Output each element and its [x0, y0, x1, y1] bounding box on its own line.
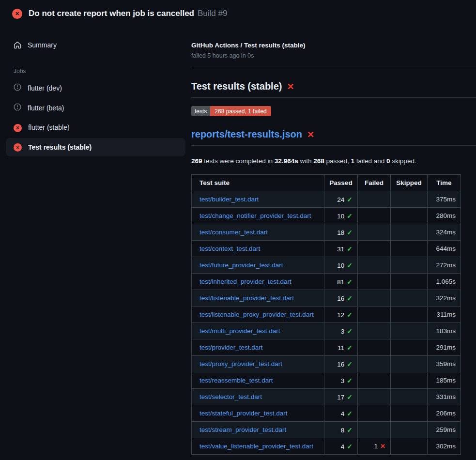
table-row: test/builder_test.dart24375ms	[192, 191, 461, 208]
titlebar: Do not create report when job is cancell…	[0, 0, 476, 27]
table-row: test/provider_test.dart11291ms	[192, 339, 461, 356]
suite-link[interactable]: test/stream_provider_test.dart	[200, 426, 286, 433]
suite-cell: test/stateful_provider_test.dart	[192, 405, 324, 422]
passed-cell: 81	[324, 274, 358, 290]
suite-cell: test/future_provider_test.dart	[192, 257, 324, 274]
suite-cell: test/reassemble_test.dart	[192, 372, 324, 389]
passed-cell: 3	[324, 323, 358, 339]
job-label: flutter (stable)	[28, 123, 70, 131]
col-header-skipped: Skipped	[391, 175, 428, 191]
fail-x-icon	[287, 81, 294, 92]
suite-link[interactable]: test/selector_test.dart	[200, 393, 262, 400]
check-icon	[347, 426, 353, 434]
table-row: test/multi_provider_test.dart3183ms	[192, 323, 461, 339]
suite-cell: test/proxy_provider_test.dart	[192, 356, 324, 372]
suite-link[interactable]: test/change_notifier_provider_test.dart	[200, 212, 311, 219]
skipped-cell	[391, 307, 428, 323]
failed-cell	[358, 208, 391, 224]
time-cell: 311ms	[428, 307, 461, 323]
suite-link[interactable]: test/listenable_provider_test.dart	[200, 294, 294, 302]
skipped-cell	[391, 323, 428, 339]
time-cell: 206ms	[428, 405, 461, 422]
failed-cell	[358, 356, 391, 372]
skipped-cell	[391, 241, 428, 257]
table-row: test/context_test.dart31644ms	[192, 241, 461, 257]
sidebar-job-item[interactable]: flutter (beta)	[6, 98, 185, 117]
suite-link[interactable]: test/inherited_provider_test.dart	[200, 278, 292, 285]
suite-link[interactable]: test/value_listenable_provider_test.dart	[200, 443, 313, 450]
suite-link[interactable]: test/consumer_test.dart	[200, 229, 268, 236]
job-label: flutter (dev)	[28, 84, 62, 92]
sidebar-job-item[interactable]: flutter (dev)	[6, 78, 185, 97]
suite-link[interactable]: test/proxy_provider_test.dart	[200, 360, 282, 368]
x-circle-fill-icon	[14, 123, 22, 132]
run-title: Do not create report when job is cancell…	[29, 9, 194, 18]
table-row: test/stateful_provider_test.dart4206ms	[192, 405, 461, 422]
time-cell: 322ms	[428, 290, 461, 307]
suite-link[interactable]: test/listenable_proxy_provider_test.dart	[200, 311, 314, 318]
job-label: flutter (beta)	[28, 104, 64, 112]
time-cell: 291ms	[428, 339, 461, 356]
passed-cell: 8	[324, 422, 358, 438]
check-icon	[347, 245, 353, 253]
suite-link[interactable]: test/stateful_provider_test.dart	[200, 410, 288, 417]
suite-cell: test/selector_test.dart	[192, 389, 324, 405]
time-cell: 259ms	[428, 422, 461, 438]
passed-cell: 24	[324, 191, 358, 208]
check-icon	[347, 443, 353, 450]
skipped-cell	[391, 356, 428, 372]
failed-cell	[358, 405, 391, 422]
time-cell: 331ms	[428, 389, 461, 405]
time-cell: 644ms	[428, 241, 461, 257]
sidebar-job-item[interactable]: Test results (stable)	[6, 138, 185, 157]
suite-cell: test/multi_provider_test.dart	[192, 323, 324, 339]
failed-cell	[358, 290, 391, 307]
failed-cell	[358, 241, 391, 257]
suite-link[interactable]: test/builder_test.dart	[200, 196, 259, 203]
check-icon	[347, 377, 353, 384]
check-icon	[347, 344, 353, 352]
skipped-cell	[391, 405, 428, 422]
stop-icon	[14, 83, 21, 92]
sidebar-item-summary[interactable]: Summary	[6, 37, 185, 53]
skipped-cell	[391, 422, 428, 438]
skipped-cell	[391, 274, 428, 290]
failed-cell	[358, 372, 391, 389]
suite-link[interactable]: test/context_test.dart	[200, 245, 260, 252]
time-cell: 272ms	[428, 257, 461, 274]
col-header-failed: Failed	[358, 175, 391, 191]
time-cell: 302ms	[428, 438, 461, 455]
suite-cell: test/stream_provider_test.dart	[192, 422, 324, 438]
check-icon	[347, 294, 353, 302]
breadcrumb: GitHub Actions / Test results (stable)	[191, 42, 476, 49]
check-icon	[347, 393, 353, 401]
passed-cell: 17	[324, 389, 358, 405]
skipped-cell	[391, 372, 428, 389]
passed-cell: 11	[324, 339, 358, 356]
failed-cell	[358, 274, 391, 290]
suite-link[interactable]: test/future_provider_test.dart	[200, 261, 283, 269]
badge-value: 268 passed, 1 failed	[210, 106, 271, 116]
passed-cell: 18	[324, 224, 358, 241]
check-icon	[347, 212, 353, 220]
suite-link[interactable]: test/multi_provider_test.dart	[200, 327, 280, 335]
table-row: test/change_notifier_provider_test.dart1…	[192, 208, 461, 224]
report-link[interactable]: reports/test-results.json	[191, 129, 302, 140]
check-icon	[347, 327, 353, 335]
stop-icon	[14, 103, 21, 112]
suite-link[interactable]: test/reassemble_test.dart	[200, 377, 273, 384]
time-cell: 375ms	[428, 191, 461, 208]
suite-cell: test/listenable_provider_test.dart	[192, 290, 324, 307]
suite-cell: test/context_test.dart	[192, 241, 324, 257]
table-header-row: Test suite Passed Failed Skipped Time	[192, 175, 461, 191]
check-icon	[347, 360, 353, 368]
time-cell: 359ms	[428, 356, 461, 372]
skipped-cell	[391, 224, 428, 241]
table-row: test/reassemble_test.dart3185ms	[192, 372, 461, 389]
failed-cell	[358, 191, 391, 208]
section-title-text: Test results (stable)	[191, 81, 282, 92]
passed-cell: 4	[324, 405, 358, 422]
failed-cell	[358, 422, 391, 438]
sidebar-job-item[interactable]: flutter (stable)	[6, 118, 185, 137]
suite-link[interactable]: test/provider_test.dart	[200, 344, 263, 351]
